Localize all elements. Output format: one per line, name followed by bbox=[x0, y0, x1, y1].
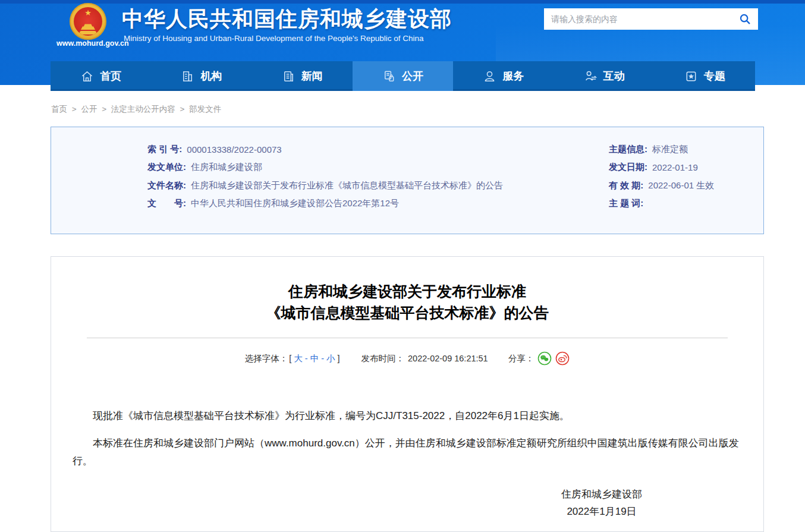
meta-label: 发文单位: bbox=[147, 162, 186, 173]
nav-item-label: 服务 bbox=[502, 69, 524, 83]
nav-item-label: 公开 bbox=[402, 69, 423, 83]
emblem-gate-icon bbox=[81, 23, 95, 30]
font-size-dash: - bbox=[321, 354, 324, 363]
publish-time-value: 2022-02-09 16:21:51 bbox=[408, 354, 488, 363]
article-paragraph: 现批准《城市信息模型基础平台技术标准》为行业标准，编号为CJJ/T315-202… bbox=[73, 407, 742, 425]
emblem-star-icon: ★ bbox=[74, 9, 102, 17]
meta-label: 索 引 号: bbox=[147, 144, 182, 155]
bracket-open: [ bbox=[289, 354, 291, 363]
article-body: 现批准《城市信息模型基础平台技术标准》为行业标准，编号为CJJ/T315-202… bbox=[73, 407, 742, 470]
emblem-inner: ★ bbox=[74, 7, 102, 36]
breadcrumb-statutory-content[interactable]: 法定主动公开内容 bbox=[111, 105, 175, 114]
nav-item-disclosure[interactable]: 公开 bbox=[353, 61, 453, 91]
font-size-medium-button[interactable]: 中 bbox=[310, 353, 319, 364]
nav-item-label: 机构 bbox=[200, 69, 222, 83]
meta-row-index-number: 索 引 号: 000013338/2022-00073 bbox=[147, 140, 576, 159]
signature-unit: 住房和城乡建设部 bbox=[548, 486, 655, 503]
breadcrumb-disclosure[interactable]: 公开 bbox=[81, 105, 97, 114]
meta-label: 文 号: bbox=[147, 198, 186, 209]
disclosure-icon bbox=[382, 70, 396, 83]
breadcrumb: 首页 > 公开 > 法定主动公开内容 > 部发文件 bbox=[51, 104, 224, 115]
bracket-close: ] bbox=[338, 354, 340, 363]
meta-label: 有 效 期: bbox=[609, 180, 643, 191]
topic-icon bbox=[684, 70, 698, 83]
nav-item-home[interactable]: 首页 bbox=[51, 61, 151, 91]
main-nav: 首页 机构 新闻 公开 bbox=[51, 61, 755, 91]
wechat-share-icon[interactable] bbox=[537, 351, 552, 366]
search-icon bbox=[738, 12, 751, 26]
meta-label: 文件名称: bbox=[147, 180, 186, 191]
meta-value: 住房和城乡建设部 bbox=[191, 162, 262, 173]
nav-item-interaction[interactable]: 互动 bbox=[554, 61, 654, 91]
emblem-ribbon bbox=[80, 31, 96, 34]
share-label: 分享： bbox=[508, 353, 534, 364]
meta-label: 主 题 词: bbox=[609, 198, 643, 209]
font-size-large-button[interactable]: 大 bbox=[294, 353, 303, 364]
site-url: www.mohurd.gov.cn bbox=[56, 39, 129, 48]
breadcrumb-separator: > bbox=[180, 105, 185, 114]
article-signature-block: 住房和城乡建设部 2022年1月19日 bbox=[51, 486, 763, 520]
breadcrumb-ministry-documents[interactable]: 部发文件 bbox=[189, 105, 221, 114]
nav-item-organization[interactable]: 机构 bbox=[151, 61, 251, 91]
meta-value: 2022-06-01 生效 bbox=[648, 180, 714, 191]
article-title-line1: 住房和城乡建设部关于发布行业标准 bbox=[51, 281, 763, 302]
meta-row-issuing-unit: 发文单位: 住房和城乡建设部 bbox=[147, 159, 576, 177]
meta-value: 中华人民共和国住房和城乡建设部公告2022年第12号 bbox=[191, 198, 399, 209]
national-emblem-logo: ★ bbox=[70, 3, 106, 40]
font-size-dash: - bbox=[305, 354, 308, 363]
nav-item-label: 首页 bbox=[100, 69, 121, 83]
article-card: 住房和城乡建设部关于发布行业标准 《城市信息模型基础平台技术标准》的公告 选择字… bbox=[51, 256, 764, 532]
nav-item-service[interactable]: 服务 bbox=[453, 61, 554, 91]
page: ★ www.mohurd.gov.cn 中华人民共和国住房和城乡建设部 Mini… bbox=[0, 0, 805, 532]
nav-item-topics[interactable]: 专题 bbox=[655, 61, 755, 91]
meta-column-right: 主题信息: 标准定额 发文日期: 2022-01-19 有 效 期: 2022-… bbox=[609, 140, 805, 213]
meta-row-issue-date: 发文日期: 2022-01-19 bbox=[609, 159, 805, 177]
home-icon bbox=[80, 70, 94, 83]
font-size-small-button[interactable]: 小 bbox=[326, 353, 335, 364]
interaction-icon bbox=[584, 70, 598, 83]
article-toolbar: 选择字体： [ 大 - 中 - 小 ] 发布时间： 2022-02-09 16:… bbox=[51, 351, 763, 366]
meta-column-left: 索 引 号: 000013338/2022-00073 发文单位: 住房和城乡建… bbox=[147, 140, 576, 213]
meta-label: 主题信息: bbox=[609, 144, 647, 155]
font-selector-label: 选择字体： bbox=[245, 353, 288, 364]
meta-value: 标准定额 bbox=[652, 144, 688, 155]
breadcrumb-home[interactable]: 首页 bbox=[51, 105, 67, 114]
organization-icon bbox=[181, 70, 194, 83]
search-bar[interactable] bbox=[544, 8, 758, 30]
article-title: 住房和城乡建设部关于发布行业标准 《城市信息模型基础平台技术标准》的公告 bbox=[51, 281, 763, 323]
meta-label: 发文日期: bbox=[609, 162, 647, 173]
meta-row-effective-date: 有 效 期: 2022-06-01 生效 bbox=[609, 177, 805, 195]
news-icon bbox=[282, 70, 295, 83]
meta-row-keywords: 主 题 词: bbox=[609, 195, 805, 213]
search-button[interactable] bbox=[732, 8, 758, 30]
meta-value: 000013338/2022-00073 bbox=[187, 144, 281, 155]
site-subtitle-en: Ministry of Housing and Urban-Rural Deve… bbox=[124, 34, 424, 43]
signature-date: 2022年1月19日 bbox=[548, 503, 655, 520]
title-divider bbox=[87, 338, 728, 338]
nav-item-label: 专题 bbox=[704, 69, 725, 83]
meta-value: 住房和城乡建设部关于发布行业标准《城市信息模型基础平台技术标准》的公告 bbox=[191, 180, 503, 191]
breadcrumb-separator: > bbox=[102, 105, 106, 114]
top-accent-strip bbox=[0, 0, 805, 4]
publish-time-label: 发布时间： bbox=[361, 353, 405, 364]
site-title: 中华人民共和国住房和城乡建设部 bbox=[122, 5, 452, 34]
breadcrumb-separator: > bbox=[72, 105, 77, 114]
nav-item-label: 互动 bbox=[603, 69, 625, 83]
meta-row-document-number: 文 号: 中华人民共和国住房和城乡建设部公告2022年第12号 bbox=[147, 195, 576, 213]
meta-row-document-name: 文件名称: 住房和城乡建设部关于发布行业标准《城市信息模型基础平台技术标准》的公… bbox=[147, 177, 576, 195]
weibo-share-icon[interactable] bbox=[555, 351, 570, 366]
search-input[interactable] bbox=[544, 8, 732, 30]
article-paragraph: 本标准在住房和城乡建设部门户网站（www.mohurd.gov.cn）公开，并由… bbox=[73, 435, 742, 470]
meta-value: 2022-01-19 bbox=[652, 162, 698, 172]
meta-row-subject-info: 主题信息: 标准定额 bbox=[609, 140, 805, 159]
nav-item-label: 新闻 bbox=[301, 69, 323, 83]
article-title-line2: 《城市信息模型基础平台技术标准》的公告 bbox=[51, 302, 763, 323]
document-meta-panel: 索 引 号: 000013338/2022-00073 发文单位: 住房和城乡建… bbox=[51, 127, 764, 234]
nav-item-news[interactable]: 新闻 bbox=[252, 61, 353, 91]
service-icon bbox=[483, 70, 496, 83]
